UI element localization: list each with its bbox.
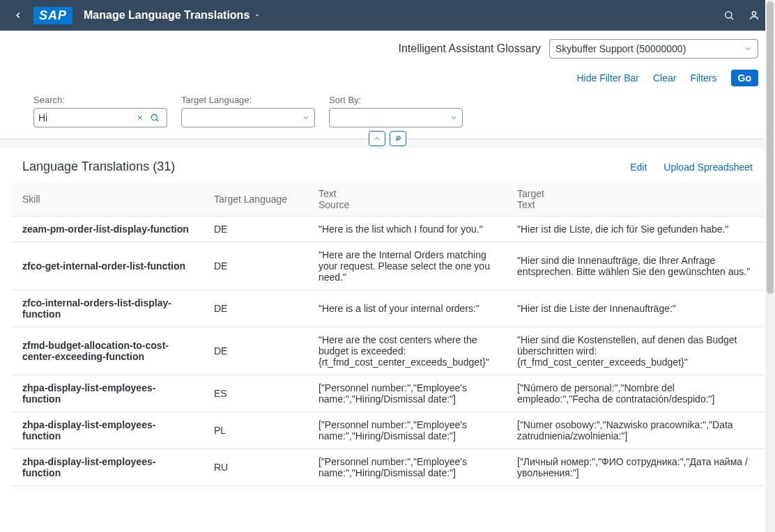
filter-divider [0, 139, 775, 148]
table-row[interactable]: zeam-pm-order-list-display-functionDE"He… [11, 217, 764, 242]
svg-point-2 [752, 12, 755, 15]
svg-line-1 [731, 17, 733, 19]
cell-target: "Hier ist die Liste, die ich für Sie gef… [506, 217, 764, 242]
search-icon [150, 113, 160, 123]
app-title: Manage Language Translations [84, 9, 250, 22]
clear-button[interactable]: Clear [653, 72, 676, 84]
chevron-down-icon [450, 114, 458, 122]
table-area: Language Translations (31) Edit Upload S… [0, 148, 775, 486]
collapse-filter-button[interactable] [369, 131, 385, 146]
chevron-down-icon [254, 12, 261, 19]
back-button[interactable] [8, 6, 28, 25]
col-target-language[interactable]: Target Language [203, 182, 307, 217]
cell-source: "Here are the cost centers where the bud… [307, 327, 506, 375]
cell-target: "Hier sind die Kostenstellen, auf denen … [506, 327, 764, 375]
cell-skill: zfmd-budget-allocation-to-cost-center-ex… [11, 327, 203, 375]
cell-source: ["Personnel number:","Employee's name:",… [307, 449, 506, 486]
search-input[interactable] [38, 112, 133, 123]
cell-lang: DE [203, 242, 307, 290]
upload-spreadsheet-button[interactable]: Upload Spreadsheet [663, 162, 753, 173]
col-text-source[interactable]: Text Source [307, 182, 506, 217]
cell-source: ["Personnel number:","Employee's name:",… [307, 375, 506, 412]
shell-header: SAP Manage Language Translations [0, 0, 775, 31]
cell-target: ["Numer osobowy:","Nazwisko pracownika:"… [506, 412, 764, 449]
search-input-wrap [33, 108, 167, 127]
table-row[interactable]: zfco-get-internal-order-list-functionDE"… [11, 242, 764, 290]
cell-target: ["Número de personal:","Nombre del emple… [506, 375, 764, 412]
svg-point-5 [151, 114, 157, 120]
pin-filter-button[interactable] [390, 131, 406, 146]
cell-lang: DE [203, 217, 307, 242]
chevron-down-icon [744, 45, 752, 53]
target-language-field-group: Target Language: [181, 95, 315, 127]
close-icon [136, 114, 144, 122]
table-row[interactable]: zfmd-budget-allocation-to-cost-center-ex… [11, 327, 764, 375]
app-title-button[interactable]: Manage Language Translations [84, 9, 261, 22]
edit-button[interactable]: Edit [630, 162, 647, 173]
sort-by-field-group: Sort By: [329, 95, 463, 127]
sub-header: Intelligent Assistant Glossary Skybuffer… [0, 31, 775, 64]
cell-skill: zhpa-display-list-employees-function [11, 375, 203, 412]
cell-skill: zhpa-display-list-employees-function [11, 412, 203, 449]
scrollbar-track[interactable] [765, 0, 775, 532]
cell-lang: PL [203, 412, 307, 449]
cell-lang: DE [203, 327, 307, 375]
target-language-combo[interactable] [181, 108, 315, 127]
clear-search-button[interactable] [133, 114, 147, 122]
svg-point-0 [726, 12, 732, 18]
table-row[interactable]: zhpa-display-list-employees-functionES["… [11, 375, 764, 412]
search-label: Search: [33, 95, 167, 105]
table-title-row: Language Translations (31) Edit Upload S… [11, 148, 764, 182]
glossary-dropdown[interactable]: Skybuffer Support (50000000) [549, 39, 758, 58]
user-icon [749, 10, 760, 21]
table-title: Language Translations (31) [22, 159, 175, 174]
hide-filter-bar-button[interactable]: Hide Filter Bar [576, 72, 638, 84]
cell-target: "Hier sind die Innenaufträge, die Ihrer … [506, 242, 764, 290]
sort-by-label: Sort By: [329, 95, 463, 105]
col-target-text[interactable]: Target Text [506, 182, 764, 217]
glossary-title: Intelligent Assistant Glossary [398, 42, 541, 55]
cell-skill: zfco-internal-orders-list-display-functi… [11, 290, 203, 327]
cell-source: ["Personnel number:","Employee's name:",… [307, 412, 506, 449]
cell-source: "Here is the list which I found for you.… [307, 217, 506, 242]
cell-skill: zfco-get-internal-order-list-function [11, 242, 203, 290]
search-submit-button[interactable] [147, 113, 162, 123]
cell-lang: RU [203, 449, 307, 486]
search-icon-button[interactable] [716, 3, 742, 28]
cell-skill: zeam-pm-order-list-display-function [11, 217, 203, 242]
table-header-row: Skill Target Language Text Source Target… [11, 182, 764, 217]
table-row[interactable]: zfco-internal-orders-list-display-functi… [11, 290, 764, 327]
cell-target: ["Личный номер:","ФИО сотрудника:","Дата… [506, 449, 764, 486]
user-icon-button[interactable] [742, 3, 767, 28]
pin-icon [394, 134, 402, 143]
cell-target: "Hier ist die Liste der Innenaufträge:" [506, 290, 764, 327]
cell-skill: zhpa-display-list-employees-function [11, 449, 203, 486]
sap-logo: SAP [33, 7, 72, 24]
search-field-group: Search: [33, 95, 167, 127]
table-row[interactable]: zhpa-display-list-employees-functionPL["… [11, 412, 764, 449]
chevron-up-icon [373, 134, 381, 143]
filters-button[interactable]: Filters [690, 72, 716, 84]
sort-by-combo[interactable] [329, 108, 463, 127]
cell-source: "Here is a list of your internal orders:… [307, 290, 506, 327]
chevron-down-icon [302, 114, 310, 122]
translations-table: Skill Target Language Text Source Target… [11, 182, 764, 486]
col-skill[interactable]: Skill [11, 182, 203, 217]
target-language-label: Target Language: [181, 95, 315, 105]
scrollbar-thumb[interactable] [767, 1, 774, 294]
search-icon [723, 10, 735, 21]
table-row[interactable]: zhpa-display-list-employees-functionRU["… [11, 449, 764, 486]
go-button[interactable]: Go [731, 70, 758, 86]
cell-lang: ES [203, 375, 307, 412]
svg-point-8 [397, 136, 401, 140]
svg-line-6 [157, 120, 159, 122]
cell-source: "Here are the Internal Orders matching y… [307, 242, 506, 290]
filter-actions: Hide Filter Bar Clear Filters Go [0, 64, 775, 95]
cell-lang: DE [203, 290, 307, 327]
glossary-dropdown-value: Skybuffer Support (50000000) [555, 43, 686, 54]
